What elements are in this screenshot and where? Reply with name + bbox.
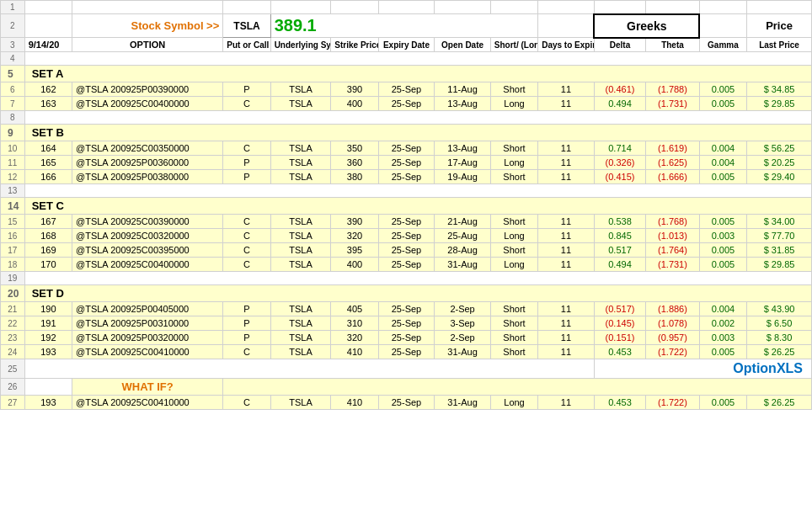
set-d-header-row: 20 SET D [1,285,812,302]
delta-header: Delta [594,38,645,52]
stock-price: 389.1 [270,14,538,38]
theta-header: Theta [646,38,700,52]
row-162-delta: (0.461) [594,82,645,97]
set-b-row-1: 10 164 @TSLA 200925C00350000 C TSLA 350 … [1,141,812,156]
row-162-pc: P [223,82,270,97]
price-section-header: Price [747,14,812,38]
option-header: OPTION [72,38,223,52]
row-163-theta: (1.731) [646,97,700,111]
set-b-row-2: 11 165 @TSLA 200925P00360000 P TSLA 360 … [1,156,812,170]
set-c-label: SET C [24,198,811,215]
row-163-price: $ 29.85 [747,97,812,111]
set-a-row-2: 7 163 @TSLA 200925C00400000 C TSLA 400 2… [1,97,812,111]
row-162-price: $ 34.85 [747,82,812,97]
row-162-underlying: TSLA [270,82,331,97]
set-d-label: SET D [24,285,811,302]
row-162-id: 162 [24,82,72,97]
what-if-data-row: 27 193 @TSLA 200925C00410000 C TSLA 410 … [1,396,812,410]
open-header: Open Date [435,38,491,52]
row-163-delta: 0.494 [594,97,645,111]
row-26-whatif: 26 WHAT IF? [1,379,812,396]
set-a-header-row: 5 SET A [1,66,812,82]
gamma-header: Gamma [699,38,746,52]
set-d-row-2: 22 191 @TSLA 200925P00310000 P TSLA 310 … [1,316,812,331]
set-b-header-row: 9 SET B [1,125,812,141]
row-163-gamma: 0.005 [699,97,746,111]
row-163-underlying: TSLA [270,97,331,111]
what-if-label: WHAT IF? [122,380,174,393]
set-c-header-row: 14 SET C [1,198,812,215]
row-163-open: 13-Aug [435,97,491,111]
set-d-row-3: 23 192 @TSLA 200925P00320000 P TSLA 320 … [1,331,812,345]
row-163-pc: C [223,97,270,111]
row-163-option: @TSLA 200925C00400000 [72,97,223,111]
rownum-1: 1 [1,1,25,14]
set-d-row-4: 24 193 @TSLA 200925C00410000 C TSLA 410 … [1,345,812,359]
rownum-2: 2 [1,14,25,38]
row-162-gamma: 0.005 [699,82,746,97]
underlying-header: Underlying Symbol [270,38,331,52]
date-header: 9/14/20 [24,38,72,52]
row-163-sl: Long [490,97,537,111]
row-162-expiry: 25-Sep [378,82,435,97]
row-163-days: 11 [538,97,595,111]
row-163-strike: 400 [331,97,378,111]
set-a-row-1: 6 162 @TSLA 200925P00390000 P TSLA 390 2… [1,82,812,97]
set-d-row-1: 21 190 @TSLA 200925P00405000 P TSLA 405 … [1,302,812,316]
set-c-row-2: 16 168 @TSLA 200925C00320000 C TSLA 320 … [1,229,812,243]
strike-header: Strike Price [331,38,378,52]
row-163-expiry: 25-Sep [378,97,435,111]
stock-symbol-value: TSLA [223,14,270,38]
row-2-stock: 2 Stock Symbol >> TSLA 389.1 Greeks Pric… [1,14,812,38]
shortlong-header: Short/ (Long) [490,38,537,52]
row-13: 13 [1,184,812,198]
row-162-open: 11-Aug [435,82,491,97]
row-162-days: 11 [538,82,595,97]
expiry-header: Expiry Date [378,38,435,52]
set-c-row-1: 15 167 @TSLA 200925C00390000 C TSLA 390 … [1,215,812,229]
row-162-option: @TSLA 200925P00390000 [72,82,223,97]
set-b-row-3: 12 166 @TSLA 200925P00380000 P TSLA 380 … [1,170,812,184]
set-c-row-3: 17 169 @TSLA 200925C00395000 C TSLA 395 … [1,243,812,258]
row-3-headers: 3 9/14/20 OPTION Put or Call Underlying … [1,38,812,52]
set-a-label: SET A [24,66,811,82]
greeks-header: Greeks [594,14,699,38]
row-4: 4 [1,52,812,66]
row-19: 19 [1,272,812,285]
spreadsheet-container: 1 2 Stock Symbol >> TSLA 389.1 Greeks Pr… [0,0,812,505]
set-c-row-4: 18 170 @TSLA 200925C00400000 C TSLA 400 … [1,258,812,272]
row-8: 8 [1,111,812,125]
row-162-theta: (1.788) [646,82,700,97]
row-162-sl: Short [490,82,537,97]
rownum-3: 3 [1,38,25,52]
days-header: Days to Expiry [538,38,595,52]
putcall-header: Put or Call [223,38,270,52]
stock-symbol-label: Stock Symbol >> [72,14,223,38]
row-162-strike: 390 [331,82,378,97]
optionxls-brand: OptionXLS [733,361,803,375]
row-25: 25 OptionXLS [1,359,812,379]
set-b-label: SET B [24,125,811,141]
row-163-id: 163 [24,97,72,111]
lastprice-header: Last Price [747,38,812,52]
row-1: 1 [1,1,812,14]
